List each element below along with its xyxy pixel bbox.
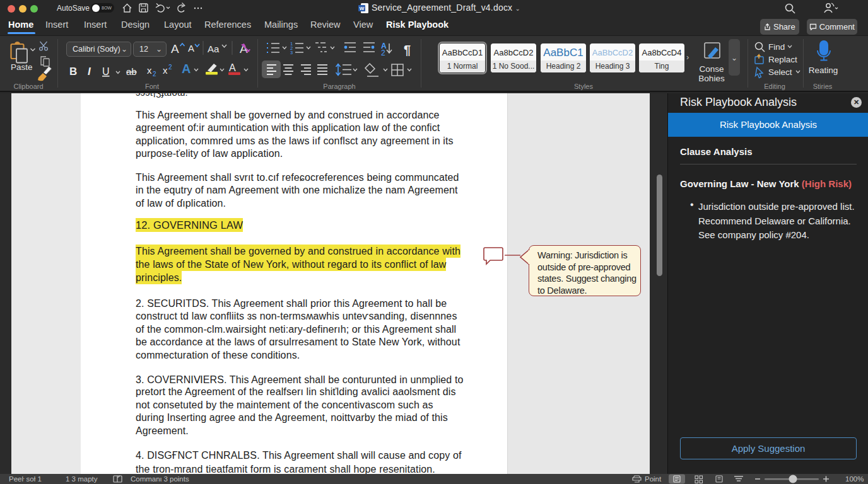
- svg-text:Conse: Conse: [699, 64, 724, 74]
- svg-text:x: x: [163, 65, 168, 76]
- svg-text:Bohies: Bohies: [698, 74, 725, 83]
- svg-text:Find: Find: [768, 42, 785, 52]
- svg-text:I: I: [88, 66, 91, 78]
- svg-text:3: 3: [290, 50, 293, 55]
- svg-text:Paste: Paste: [11, 62, 33, 72]
- svg-text:A: A: [188, 43, 194, 54]
- svg-text:¶: ¶: [404, 43, 411, 57]
- svg-text:Replact: Replact: [768, 55, 797, 64]
- svg-text:Reating: Reating: [809, 66, 838, 75]
- svg-text:A: A: [182, 62, 191, 76]
- svg-text:2: 2: [168, 64, 172, 71]
- svg-text:x: x: [147, 65, 152, 76]
- svg-text:A: A: [229, 62, 236, 73]
- svg-text:B: B: [69, 66, 77, 78]
- svg-text:U: U: [102, 66, 110, 77]
- svg-text:Select: Select: [768, 67, 792, 77]
- svg-text:A: A: [171, 42, 179, 55]
- svg-text:Aa: Aa: [208, 43, 220, 54]
- svg-text:2: 2: [153, 71, 156, 78]
- svg-text:ab: ab: [126, 66, 137, 77]
- svg-text:2: 2: [381, 49, 385, 57]
- svg-text:W: W: [360, 6, 365, 11]
